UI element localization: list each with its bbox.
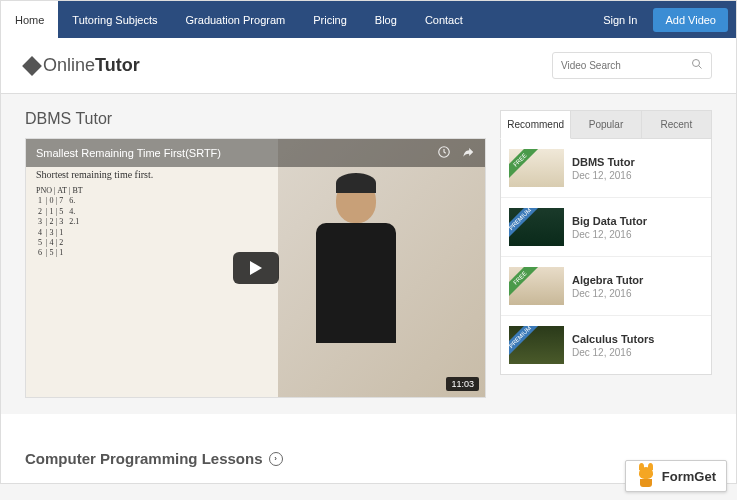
nav-right: Sign In Add Video [595,1,736,38]
nav-left: HomeTutoring SubjectsGraduation ProgramP… [1,1,477,38]
whiteboard-title: Shortest remaining time first. [36,169,268,180]
item-info: Calculus TutorsDec 12, 2016 [572,326,654,364]
item-date: Dec 12, 2016 [572,229,647,240]
list-item[interactable]: FREEDBMS TutorDec 12, 2016 [501,139,711,198]
item-info: Algebra TutorDec 12, 2016 [572,267,643,305]
item-title: Algebra Tutor [572,274,643,286]
person-figure [296,178,416,378]
nav-item-tutoring-subjects[interactable]: Tutoring Subjects [58,1,171,38]
whiteboard-table: PNO | AT | BT 1 | 0 | 7 6. 2 | 1 | 5 4. … [36,186,268,259]
add-video-button[interactable]: Add Video [653,8,728,32]
logo[interactable]: OnlineTutor [25,55,140,76]
item-date: Dec 12, 2016 [572,170,635,181]
search-box[interactable] [552,52,712,79]
play-button[interactable] [233,252,279,284]
ribbon-badge: FREE [509,149,541,181]
section-title[interactable]: Computer Programming Lessons › [25,450,283,467]
formget-text: FormGet [662,469,716,484]
thumbnail: FREE [509,267,564,305]
watch-later-icon[interactable] [437,145,451,161]
svg-line-1 [699,66,702,69]
search-input[interactable] [561,60,691,71]
page-title: DBMS Tutor [25,110,486,128]
site-header: OnlineTutor [0,38,737,94]
item-date: Dec 12, 2016 [572,288,643,299]
video-topbar: Smallest Remaining Time First(SRTF) [26,139,485,167]
thumbnail: FREE [509,149,564,187]
thumbnail: PREMIUM [509,326,564,364]
recommend-list: FREEDBMS TutorDec 12, 2016PREMIUMBig Dat… [500,139,712,375]
video-player[interactable]: Shortest remaining time first. PNO | AT … [25,138,486,398]
nav-item-home[interactable]: Home [1,1,58,38]
chevron-right-icon: › [269,452,283,466]
formget-icon [636,465,656,487]
nav-item-pricing[interactable]: Pricing [299,1,361,38]
ribbon-badge: FREE [509,267,541,299]
signin-link[interactable]: Sign In [595,14,645,26]
item-title: Calculus Tutors [572,333,654,345]
item-title: DBMS Tutor [572,156,635,168]
nav-item-blog[interactable]: Blog [361,1,411,38]
tab-recommend[interactable]: Recommend [500,110,571,139]
tab-popular[interactable]: Popular [571,110,641,139]
main-content: DBMS Tutor Shortest remaining time first… [0,94,737,414]
item-date: Dec 12, 2016 [572,347,654,358]
logo-text: OnlineTutor [43,55,140,76]
nav-item-contact[interactable]: Contact [411,1,477,38]
share-icon[interactable] [461,145,475,161]
top-nav: HomeTutoring SubjectsGraduation ProgramP… [0,0,737,38]
ribbon-badge: PREMIUM [509,326,541,358]
sidebar: RecommendPopularRecent FREEDBMS TutorDec… [500,110,712,398]
video-duration: 11:03 [446,377,479,391]
sidebar-tabs: RecommendPopularRecent [500,110,712,139]
logo-icon [22,56,42,76]
search-icon[interactable] [691,58,703,73]
ribbon-badge: PREMIUM [509,208,541,240]
item-info: Big Data TutorDec 12, 2016 [572,208,647,246]
item-title: Big Data Tutor [572,215,647,227]
thumbnail: PREMIUM [509,208,564,246]
list-item[interactable]: FREEAlgebra TutorDec 12, 2016 [501,257,711,316]
formget-badge[interactable]: FormGet [625,460,727,492]
item-info: DBMS TutorDec 12, 2016 [572,149,635,187]
list-item[interactable]: PREMIUMCalculus TutorsDec 12, 2016 [501,316,711,374]
nav-item-graduation-program[interactable]: Graduation Program [172,1,300,38]
list-item[interactable]: PREMIUMBig Data TutorDec 12, 2016 [501,198,711,257]
section-title-text: Computer Programming Lessons [25,450,263,467]
video-title: Smallest Remaining Time First(SRTF) [36,147,221,159]
left-column: DBMS Tutor Shortest remaining time first… [25,110,486,398]
tab-recent[interactable]: Recent [642,110,712,139]
svg-point-0 [693,60,700,67]
